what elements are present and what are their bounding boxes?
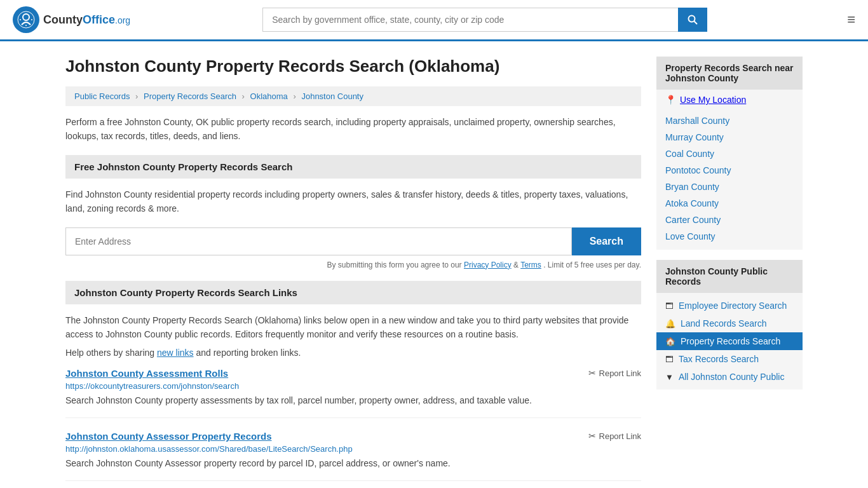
nearby-county-item-5: Atoka County [656,195,803,212]
use-location[interactable]: 📍 Use My Location [656,90,803,107]
nearby-county-link-3[interactable]: Pontotoc County [665,165,731,175]
svg-point-6 [689,16,695,22]
header-search-area [262,8,707,32]
report-icon-1: ✂ [588,431,596,441]
nearby-county-item-4: Bryan County [656,179,803,195]
svg-line-7 [695,22,698,25]
nearby-section: Property Records Search near Johnston Co… [656,57,803,250]
public-record-item-1[interactable]: 🔔Land Records Search [656,315,803,332]
header-search-button[interactable] [678,8,707,32]
sidebar: Property Records Search near Johnston Co… [656,57,803,488]
public-record-item-2[interactable]: 🏠Property Records Search [656,332,803,350]
link-desc-1: Search Johnston County Assessor property… [65,457,641,470]
public-record-link-4[interactable]: All Johnston County Public [679,372,785,382]
breadcrumb: Public Records › Property Records Search… [65,86,641,106]
property-search-form: Search [65,227,641,255]
public-record-link-3[interactable]: Tax Records Search [679,354,759,364]
nearby-counties-list: Marshall CountyMurray CountyCoal CountyP… [656,107,803,250]
links-list: Johnston County Assessment Rolls ✂ Repor… [65,368,641,481]
rec-icon-3: 🗔 [665,355,674,364]
form-note: By submitting this form you agree to our… [65,261,641,269]
logo-text: CountyOffice.org [43,13,130,27]
report-link-0[interactable]: ✂ Report Link [588,368,641,378]
nearby-county-link-2[interactable]: Coal County [665,149,714,159]
link-title-0[interactable]: Johnston County Assessment Rolls [65,368,228,379]
nearby-county-link-0[interactable]: Marshall County [665,116,729,126]
nearby-county-item-0: Marshall County [656,112,803,129]
public-record-item-3[interactable]: 🗔Tax Records Search [656,350,803,368]
rec-icon-1: 🔔 [665,319,675,329]
nearby-county-item-7: Love County [656,228,803,245]
public-record-item-4[interactable]: ▼All Johnston County Public [656,368,803,386]
header-search-input[interactable] [262,8,678,32]
nearby-county-link-1[interactable]: Murray County [665,132,724,142]
link-url-0[interactable]: https://okcountytreasurers.com/johnston/… [65,381,641,391]
new-links-link[interactable]: new links [157,348,194,358]
nearby-county-item-3: Pontotoc County [656,162,803,179]
link-item-0: Johnston County Assessment Rolls ✂ Repor… [65,368,641,418]
public-records-section: Johnston County Public Records 🗔Employee… [656,260,803,390]
use-location-link[interactable]: Use My Location [680,95,746,105]
nearby-county-link-7[interactable]: Love County [665,231,715,241]
privacy-policy-link[interactable]: Privacy Policy [464,261,512,269]
nearby-header: Property Records Search near Johnston Co… [656,57,803,90]
content-area: Johnston County Property Records Search … [65,57,641,488]
main-container: Johnston County Property Records Search … [53,41,815,488]
report-link-1[interactable]: ✂ Report Link [588,431,641,441]
breadcrumb-oklahoma[interactable]: Oklahoma [250,92,288,101]
public-records-header: Johnston County Public Records [656,260,803,293]
search-button[interactable]: Search [572,227,641,255]
page-description: Perform a free Johnston County, OK publi… [65,115,641,144]
address-input[interactable] [65,227,572,255]
rec-icon-2: 🏠 [665,337,675,346]
rec-icon-0: 🗔 [665,301,674,311]
public-record-link-0[interactable]: Employee Directory Search [679,301,787,311]
nearby-county-link-4[interactable]: Bryan County [665,182,719,192]
public-record-link-2[interactable]: Property Records Search [681,336,780,346]
report-icon-0: ✂ [588,368,596,378]
breadcrumb-johnston-county[interactable]: Johnston County [301,92,363,101]
link-title-1[interactable]: Johnston County Assessor Property Record… [65,431,272,442]
nearby-county-link-5[interactable]: Atoka County [665,198,719,208]
logo-icon [13,6,39,33]
link-desc-0: Search Johnston County property assessme… [65,394,641,407]
breadcrumb-property-records-search[interactable]: Property Records Search [144,92,236,101]
menu-icon[interactable]: ≡ [847,11,855,28]
site-header: CountyOffice.org ≡ [0,0,868,41]
links-section-header: Johnston County Property Records Search … [65,281,641,304]
public-record-item-0[interactable]: 🗔Employee Directory Search [656,297,803,315]
free-search-header: Free Johnston County Property Records Se… [65,155,641,179]
logo-area: CountyOffice.org [13,6,130,33]
links-description: The Johnston County Property Records Sea… [65,313,641,342]
rec-icon-4: ▼ [665,372,674,382]
link-item-1: Johnston County Assessor Property Record… [65,431,641,481]
public-record-link-1[interactable]: Land Records Search [681,318,766,329]
public-records-list: 🗔Employee Directory Search🔔Land Records … [656,293,803,390]
nearby-county-item-6: Carter County [656,212,803,228]
breadcrumb-public-records[interactable]: Public Records [74,92,130,101]
share-text: Help others by sharing new links and rep… [65,348,641,358]
nearby-county-link-6[interactable]: Carter County [665,215,721,225]
terms-link[interactable]: Terms [520,261,541,269]
page-title: Johnston County Property Records Search … [65,57,641,76]
nearby-county-item-1: Murray County [656,129,803,146]
link-url-1[interactable]: http://johnston.oklahoma.usassessor.com/… [65,444,641,454]
nearby-county-item-2: Coal County [656,146,803,162]
free-search-desc: Find Johnston County residential propert… [65,187,641,216]
location-pin-icon: 📍 [665,95,676,105]
